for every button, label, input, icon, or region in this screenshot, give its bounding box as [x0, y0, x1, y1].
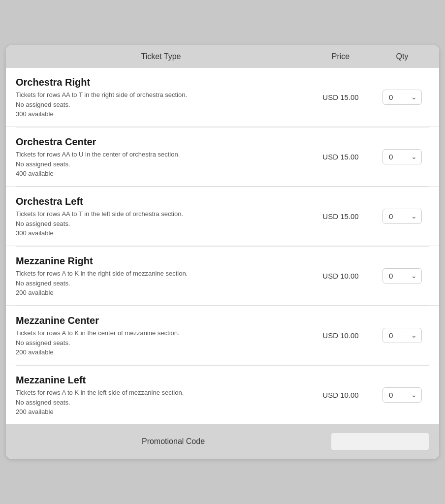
ticket-row-mezzanine-center: Mezzanine Center Tickets for rows A to K…: [6, 306, 439, 365]
ticket-info-orchestra-right: Orchestra Right Tickets for rows AA to T…: [16, 77, 306, 118]
ticket-qty-orchestra-center: 0 1 2 3 4 5 6 7 8 9 10: [375, 149, 429, 164]
ticket-info-orchestra-center: Orchestra Center Tickets for rows AA to …: [16, 136, 306, 177]
ticket-row-orchestra-right: Orchestra Right Tickets for rows AA to T…: [6, 68, 439, 127]
header-ticket-type: Ticket Type: [16, 52, 306, 61]
header-price: Price: [306, 52, 375, 61]
ticket-desc-mezzanine-center: Tickets for rows A to K in the center of…: [16, 328, 306, 347]
qty-select-mezzanine-center[interactable]: 0 1 2 3 4 5 6 7 8 9 10: [382, 328, 422, 343]
ticket-info-orchestra-left: Orchestra Left Tickets for rows AA to T …: [16, 196, 306, 237]
ticket-price-orchestra-center: USD 15.00: [306, 153, 375, 161]
ticket-name-mezzanine-center: Mezzanine Center: [16, 315, 306, 326]
ticket-desc-orchestra-center: Tickets for rows AA to U in the center o…: [16, 150, 306, 169]
ticket-available-orchestra-right: 300 available: [16, 110, 306, 118]
ticket-qty-mezzanine-left: 0 1 2 3 4 5 6 7 8 9 10: [375, 387, 429, 403]
ticket-available-orchestra-left: 300 available: [16, 229, 306, 237]
promo-code-label: Promotional Code: [16, 437, 331, 446]
footer: Promotional Code: [6, 424, 439, 459]
ticket-row-mezzanine-right: Mezzanine Right Tickets for rows A to K …: [6, 247, 439, 306]
header-qty: Qty: [375, 52, 429, 61]
ticket-available-mezzanine-right: 200 available: [16, 289, 306, 296]
ticket-available-orchestra-center: 400 available: [16, 170, 306, 177]
ticket-name-orchestra-right: Orchestra Right: [16, 77, 306, 88]
qty-select-wrapper-orchestra-right: 0 1 2 3 4 5 6 7 8 9 10: [382, 90, 422, 105]
ticket-table: Ticket Type Price Qty Orchestra Right Ti…: [6, 45, 439, 459]
qty-select-orchestra-center[interactable]: 0 1 2 3 4 5 6 7 8 9 10: [382, 149, 422, 164]
qty-select-orchestra-left[interactable]: 0 1 2 3 4 5 6 7 8 9 10: [382, 209, 422, 224]
ticket-qty-orchestra-left: 0 1 2 3 4 5 6 7 8 9 10: [375, 209, 429, 224]
ticket-info-mezzanine-right: Mezzanine Right Tickets for rows A to K …: [16, 255, 306, 296]
ticket-qty-mezzanine-center: 0 1 2 3 4 5 6 7 8 9 10: [375, 328, 429, 343]
ticket-price-orchestra-right: USD 15.00: [306, 93, 375, 101]
ticket-price-orchestra-left: USD 15.00: [306, 212, 375, 220]
ticket-available-mezzanine-left: 200 available: [16, 408, 306, 415]
qty-select-mezzanine-right[interactable]: 0 1 2 3 4 5 6 7 8 9 10: [382, 268, 422, 284]
ticket-qty-mezzanine-right: 0 1 2 3 4 5 6 7 8 9 10: [375, 268, 429, 284]
ticket-desc-orchestra-right: Tickets for rows AA to T in the right si…: [16, 90, 306, 109]
ticket-info-mezzanine-left: Mezzanine Left Tickets for rows A to K i…: [16, 375, 306, 415]
ticket-row-orchestra-left: Orchestra Left Tickets for rows AA to T …: [6, 187, 439, 246]
ticket-price-mezzanine-left: USD 10.00: [306, 391, 375, 399]
promo-code-input[interactable]: [331, 432, 429, 451]
qty-select-wrapper-mezzanine-right: 0 1 2 3 4 5 6 7 8 9 10: [382, 268, 422, 284]
ticket-row-orchestra-center: Orchestra Center Tickets for rows AA to …: [6, 127, 439, 187]
ticket-desc-orchestra-left: Tickets for rows AA to T in the left sid…: [16, 209, 306, 228]
ticket-name-mezzanine-right: Mezzanine Right: [16, 255, 306, 267]
qty-select-orchestra-right[interactable]: 0 1 2 3 4 5 6 7 8 9 10: [382, 90, 422, 105]
ticket-name-orchestra-center: Orchestra Center: [16, 136, 306, 148]
qty-select-wrapper-mezzanine-center: 0 1 2 3 4 5 6 7 8 9 10: [382, 328, 422, 343]
ticket-rows: Orchestra Right Tickets for rows AA to T…: [6, 68, 439, 424]
qty-select-wrapper-orchestra-left: 0 1 2 3 4 5 6 7 8 9 10: [382, 209, 422, 224]
ticket-row-mezzanine-left: Mezzanine Left Tickets for rows A to K i…: [6, 366, 439, 424]
ticket-desc-mezzanine-left: Tickets for rows A to K in the left side…: [16, 388, 306, 407]
ticket-desc-mezzanine-right: Tickets for rows A to K in the right sid…: [16, 269, 306, 288]
qty-select-mezzanine-left[interactable]: 0 1 2 3 4 5 6 7 8 9 10: [382, 387, 422, 403]
ticket-price-mezzanine-center: USD 10.00: [306, 331, 375, 340]
ticket-available-mezzanine-center: 200 available: [16, 348, 306, 356]
qty-select-wrapper-mezzanine-left: 0 1 2 3 4 5 6 7 8 9 10: [382, 387, 422, 403]
qty-select-wrapper-orchestra-center: 0 1 2 3 4 5 6 7 8 9 10: [382, 149, 422, 164]
ticket-qty-orchestra-right: 0 1 2 3 4 5 6 7 8 9 10: [375, 90, 429, 105]
ticket-info-mezzanine-center: Mezzanine Center Tickets for rows A to K…: [16, 315, 306, 356]
ticket-name-mezzanine-left: Mezzanine Left: [16, 375, 306, 386]
ticket-name-orchestra-left: Orchestra Left: [16, 196, 306, 207]
ticket-price-mezzanine-right: USD 10.00: [306, 272, 375, 280]
table-header: Ticket Type Price Qty: [6, 45, 439, 68]
